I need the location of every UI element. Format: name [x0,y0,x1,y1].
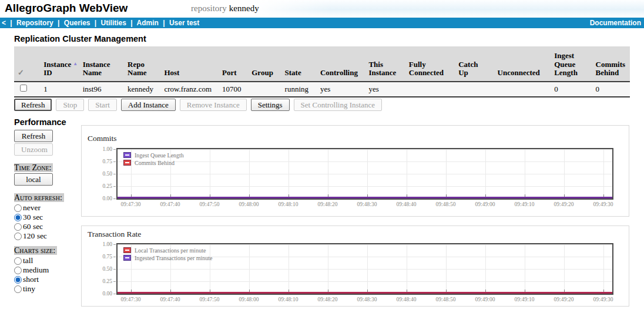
radio-60-sec[interactable] [14,223,22,231]
set-controlling-instance-button[interactable]: Set Controlling Instance [294,99,382,111]
y-axis-labels: 1.00 0.75 0.50 0.25 0.00 [90,238,112,300]
charts-size-option-medium[interactable]: medium [14,265,82,275]
auto-refresh-option-never[interactable]: never [14,203,82,213]
nav-right: Documentation [590,18,641,28]
nav-item-queries[interactable]: Queries [64,19,90,27]
column-header-catch-up[interactable]: Catch Up [455,46,494,82]
column-header-select[interactable]: ✓ [14,46,40,82]
series-line [118,292,612,294]
radio-30-sec[interactable] [14,214,22,221]
nav-back-link[interactable]: < [2,19,6,27]
x-tick-label: 09:47:30 [111,297,150,302]
stop-button[interactable]: Stop [56,99,84,111]
commits-chart-panel: Commits 1.00 0.75 0.50 0.25 0.00 Ingest … [81,125,629,217]
radio-label[interactable]: 30 sec [23,213,43,222]
column-header-line: Unconnected [498,69,550,78]
radio-120-sec[interactable] [14,233,22,240]
add-instance-button[interactable]: Add Instance [121,99,176,111]
cell-unconnected [494,82,551,97]
unzoom-button[interactable]: Unzoom [14,143,53,156]
settings-button[interactable]: Settings [251,99,290,111]
legend-label: Local Transactions per minute [135,247,206,254]
radio-never[interactable] [14,204,22,212]
nav-item-documentation[interactable]: Documentation [590,19,641,27]
column-header-line: Name [128,69,159,78]
y-tick-label: 0.00 [90,193,112,205]
column-header-controlling[interactable]: Controlling [317,46,365,82]
radio-label[interactable]: tiny [23,284,35,294]
legend-item: Ingested Transactions per minute [123,254,212,261]
column-header-line: Ingest [554,52,591,60]
radio-label[interactable]: medium [23,265,49,275]
column-header-this-instance[interactable]: This Instance [365,46,405,82]
x-tick-label: 09:49:20 [544,201,583,207]
radio-label[interactable]: never [23,203,41,213]
column-header-instance-name[interactable]: Instance Name [79,46,124,82]
legend-label: Commits Behind [135,160,175,166]
row-select-checkbox[interactable] [20,85,27,92]
x-tick-label: 09:49:30 [583,201,623,207]
column-header-line: ID [43,69,78,78]
radio-label[interactable]: short [23,275,39,284]
nav-left: < | Repository | Queries | Utilities | A… [2,18,199,28]
x-tick-label: 09:47:30 [111,201,150,207]
radio-tiny[interactable] [14,285,22,293]
cell-instance-name: inst96 [79,82,124,97]
legend-label: Ingest Queue Length [135,152,184,159]
x-axis-labels: 09:47:30 09:47:40 09:47:50 09:48:00 09:4… [111,201,623,207]
cell-host: crow.franz.com [160,82,219,97]
performance-panel: Performance Refresh Unzoom Time Zone: lo… [14,117,82,294]
charts-size-option-tall[interactable]: tall [14,256,82,265]
time-zone-button[interactable]: local [14,173,53,186]
series-swatch-icon [123,160,131,166]
charts-size-option-short[interactable]: short [14,275,82,284]
transaction-rate-plot-area[interactable]: Local Transactions per minute Ingested T… [116,243,613,295]
chart-legend: Local Transactions per minute Ingested T… [123,247,212,262]
remove-instance-button[interactable]: Remove Instance [180,99,247,111]
radio-short[interactable] [14,276,22,284]
y-tick-label: 0.25 [90,275,112,288]
start-button[interactable]: Start [88,99,117,111]
auto-refresh-option-60sec[interactable]: 60 sec [14,222,82,231]
nav-item-admin[interactable]: Admin [136,19,158,27]
column-header-port[interactable]: Port [219,46,248,82]
auto-refresh-option-30sec[interactable]: 30 sec [14,213,82,222]
radio-tall[interactable] [14,257,22,265]
performance-refresh-button[interactable]: Refresh [14,130,53,142]
nav-item-repository[interactable]: Repository [16,19,53,27]
radio-medium[interactable] [14,267,22,274]
commits-plot-area[interactable]: Ingest Queue Length Commits Behind [116,148,613,200]
refresh-button[interactable]: Refresh [14,99,52,111]
radio-label[interactable]: 60 sec [23,222,43,231]
y-tick-label: 1.00 [90,238,112,251]
cell-controlling: yes [317,82,365,97]
x-tick-label: 09:49:30 [583,297,623,302]
legend-label: Ingested Transactions per minute [135,255,212,261]
radio-label[interactable]: 120 sec [23,231,47,241]
column-header-line: State [285,69,316,78]
nav-separator: | [58,19,59,27]
column-header-host[interactable]: Host [160,46,219,82]
nav-bar: < | Repository | Queries | Utilities | A… [0,18,644,28]
column-header-group[interactable]: Group [248,46,281,82]
column-header-state[interactable]: State [281,46,317,82]
column-header-instance-id[interactable]: Instance▲ ID [40,46,79,82]
auto-refresh-option-120sec[interactable]: 120 sec [14,231,82,241]
x-tick-label: 09:48:20 [308,297,347,302]
column-header-line: Instance [83,60,123,69]
column-header-unconnected[interactable]: Unconnected [494,46,551,82]
y-tick-label: 1.00 [90,143,112,156]
nav-item-utilities[interactable]: Utilities [101,19,126,27]
x-tick-label: 09:48:30 [347,297,387,302]
column-header-commits-behind[interactable]: Commits Behind [592,46,630,82]
nav-item-user-test[interactable]: User test [169,19,199,27]
column-header-fully-connected[interactable]: Fully Connected [405,46,455,82]
column-header-line: Fully [409,60,454,69]
header: AllegroGraph WebView repositorykennedy [0,0,644,18]
cell-select [14,82,40,97]
radio-label[interactable]: tall [23,256,33,265]
cell-catch-up [455,82,494,97]
charts-size-option-tiny[interactable]: tiny [14,284,82,294]
column-header-repo-name[interactable]: Repo Name [124,46,160,82]
column-header-ingest-queue-length[interactable]: Ingest Queue Length [551,46,592,82]
